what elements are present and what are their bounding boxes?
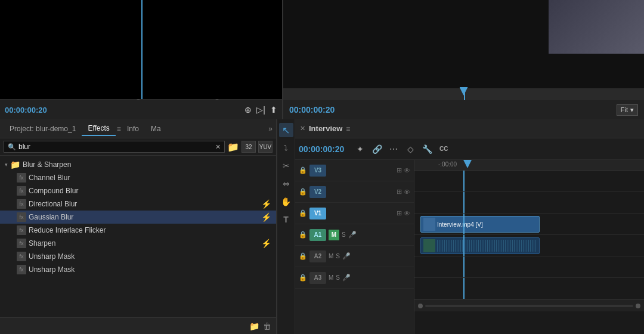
- effect-reduce-interlace[interactable]: fx Reduce Interlace Flicker: [0, 224, 276, 237]
- v1-clip[interactable]: Interview.mp4 [V]: [420, 216, 540, 233]
- delete-icon[interactable]: 🗑: [263, 321, 271, 331]
- track-a1-row: 🔒 A1 M S 🎤: [295, 224, 414, 246]
- ripple-tool[interactable]: ⤵: [279, 141, 293, 155]
- export-icon[interactable]: ⬆: [270, 105, 277, 115]
- a1-mic-icon[interactable]: 🎤: [348, 231, 357, 239]
- accelerated-icon: ⚡: [261, 199, 271, 209]
- timeline-panel: ✕ Interview ≡ 00:00:00:20 ✦ 🔗 ⋯ ◇ 🔧 CC 🔒…: [295, 119, 644, 334]
- settings-tool[interactable]: 🔧: [420, 143, 434, 156]
- icon-32-button[interactable]: 32: [242, 141, 256, 153]
- right-playhead-head[interactable]: [460, 87, 468, 95]
- icon-yuv-button[interactable]: YUV: [258, 141, 273, 153]
- a2-lock-icon[interactable]: 🔒: [299, 252, 307, 260]
- cc-tool[interactable]: CC: [437, 143, 450, 156]
- thumbnail-content: [549, 0, 644, 54]
- track-clips: Interview.mp4 [V]: [414, 171, 644, 299]
- v1-fx-icon[interactable]: ⊞: [397, 209, 402, 217]
- preview-right-controls: 00:00:00:20 Fit ▾: [283, 100, 644, 119]
- effect-compound-blur[interactable]: fx Compound Blur: [0, 184, 276, 197]
- clear-search-icon[interactable]: ✕: [215, 143, 221, 151]
- filter-icon[interactable]: ⊕: [244, 105, 252, 115]
- snap-tool[interactable]: ✦: [354, 143, 367, 156]
- track-area[interactable]: -:00:00: [414, 160, 644, 334]
- panel-expand-icon[interactable]: »: [268, 125, 273, 133]
- v1-clip-name: Interview.mp4 [V]: [437, 221, 483, 228]
- playhead-a2: [463, 256, 465, 277]
- effect-name-channel-blur: Channel Blur: [29, 174, 70, 182]
- tab-info[interactable]: Info: [121, 122, 145, 135]
- playhead-v2: [463, 192, 465, 213]
- sharpen-accelerated-icon: ⚡: [261, 239, 271, 248]
- fit-dropdown[interactable]: Fit ▾: [617, 104, 638, 116]
- v3-eye-icon[interactable]: 👁: [404, 167, 410, 174]
- a2-label-btn[interactable]: A2: [309, 250, 326, 262]
- text-tool[interactable]: T: [279, 212, 293, 227]
- effect-icon-unsharp-1: fx: [17, 252, 26, 261]
- a1-lock-icon[interactable]: 🔒: [299, 231, 307, 239]
- folder-icon: 📁: [10, 160, 20, 169]
- selection-tool[interactable]: ↖: [279, 123, 293, 137]
- timeline-tools: 00:00:00:20 ✦ 🔗 ⋯ ◇ 🔧 CC: [295, 138, 644, 160]
- effect-gaussian-blur[interactable]: fx Gaussian Blur ⚡: [0, 211, 276, 224]
- v2-lock-icon[interactable]: 🔒: [299, 188, 307, 196]
- v1-eye-icon[interactable]: 👁: [404, 210, 410, 217]
- a3-label-btn[interactable]: A3: [309, 272, 326, 284]
- effect-sharpen[interactable]: fx Sharpen ⚡: [0, 237, 276, 250]
- v3-clip-row: [414, 171, 644, 192]
- timeline-scrollbar[interactable]: [425, 305, 633, 307]
- search-input[interactable]: [18, 143, 213, 151]
- linked-tool[interactable]: 🔗: [370, 143, 383, 156]
- folder-create-icon[interactable]: 📁: [227, 141, 239, 153]
- tab-project[interactable]: Project: blur-demo_1: [4, 122, 82, 135]
- v3-label-btn[interactable]: V3: [309, 165, 326, 177]
- effects-menu-icon[interactable]: ≡: [117, 125, 121, 133]
- effect-icon-reduce-interlace: fx: [17, 225, 26, 235]
- v3-fx-icon[interactable]: ⊞: [397, 166, 402, 174]
- timeline-scroll-start[interactable]: [418, 304, 423, 308]
- a2-mic-icon[interactable]: 🎤: [342, 252, 351, 260]
- v1-label-btn[interactable]: V1: [309, 208, 326, 219]
- preview-timecode: 00:00:00:20: [5, 106, 47, 115]
- preview-right-scrub[interactable]: [283, 88, 644, 100]
- a3-lock-icon[interactable]: 🔒: [299, 274, 307, 282]
- a1-clip[interactable]: [420, 237, 540, 254]
- hand-tool[interactable]: ✋: [279, 194, 293, 209]
- v2-label-btn[interactable]: V2: [309, 186, 326, 198]
- effect-icon-channel-blur: fx: [17, 173, 26, 183]
- timeline-close-icon[interactable]: ✕: [300, 125, 305, 132]
- panel-tabs-right: »: [268, 125, 273, 133]
- a3-mic-icon[interactable]: 🎤: [342, 274, 351, 282]
- a3-m-label: M: [329, 274, 333, 281]
- new-folder-icon[interactable]: 📁: [249, 321, 259, 331]
- directional-blur-extras: ⚡: [261, 199, 271, 209]
- markers-tool[interactable]: ⋯: [387, 143, 400, 156]
- timeline-timecode: 00:00:00:20: [299, 144, 344, 154]
- effect-name-unsharp-1: Unsharp Mask: [29, 252, 75, 261]
- preview-playhead-line: [141, 0, 143, 101]
- v2-fx-icon[interactable]: ⊞: [397, 188, 402, 196]
- a1-clip-thumb: [423, 239, 435, 252]
- timeline-scroll-end[interactable]: [636, 304, 640, 308]
- effect-unsharp-mask-2[interactable]: fx Unsharp Mask: [0, 263, 276, 276]
- play-to-icon[interactable]: ▷|: [256, 105, 265, 115]
- slip-tool[interactable]: ⇔: [279, 177, 293, 191]
- track-labels: 🔒 V3 ⊞ 👁 🔒 V2 ⊞ 👁 🔒: [295, 160, 414, 334]
- tab-markers[interactable]: Ma: [145, 122, 167, 135]
- effect-directional-blur[interactable]: fx Directional Blur ⚡: [0, 197, 276, 211]
- bottom-row: Project: blur-demo_1 Effects ≡ Info Ma »…: [0, 119, 644, 334]
- v1-lock-icon[interactable]: 🔒: [299, 209, 307, 217]
- a1-label-btn[interactable]: A1: [309, 229, 326, 241]
- fit-chevron-icon: ▾: [630, 106, 634, 114]
- v3-lock-icon[interactable]: 🔒: [299, 166, 307, 174]
- timeline-menu-icon[interactable]: ≡: [346, 125, 350, 133]
- timeline-left-toolbar: ↖ ⤵ ✂ ⇔ ✋ T: [277, 119, 295, 334]
- blur-sharpen-folder[interactable]: ▾ 📁 Blur & Sharpen: [0, 158, 276, 171]
- a1-m-badge[interactable]: M: [329, 230, 339, 240]
- v2-eye-icon[interactable]: 👁: [404, 188, 410, 196]
- effect-channel-blur[interactable]: fx Channel Blur: [0, 171, 276, 184]
- keyframe-tool[interactable]: ◇: [404, 143, 417, 156]
- effect-icon-sharpen: fx: [17, 239, 26, 248]
- tab-effects[interactable]: Effects: [82, 122, 115, 136]
- razor-tool[interactable]: ✂: [279, 159, 293, 173]
- effect-unsharp-mask-1[interactable]: fx Unsharp Mask: [0, 250, 276, 263]
